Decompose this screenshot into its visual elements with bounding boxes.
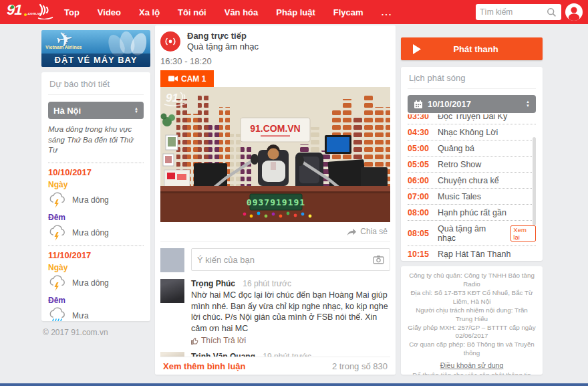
- banner-caption: ĐẶT VÉ MÁY BAY: [41, 54, 150, 67]
- weather-card: Dự báo thời tiết Hà Nội ▲▼ Mưa dông tron…: [41, 72, 150, 321]
- nav-item-xalo[interactable]: Xa lộ: [139, 7, 160, 17]
- like-reply-actions[interactable]: Thích Trả lời: [191, 336, 390, 345]
- schedule-row[interactable]: 03:30Đọc Truyện Dài Kỳ: [408, 114, 536, 124]
- main-player-card: Đang trực tiếp Quà tặng âm nhạc 16:30 - …: [155, 25, 396, 375]
- schedule-name: Quảng bá: [438, 144, 474, 153]
- replay-badge[interactable]: Xem lại: [510, 225, 536, 242]
- program-time-range: 16:30 - 18:20: [160, 56, 390, 66]
- date-select[interactable]: 10/10/2017 ▲▼: [408, 95, 536, 113]
- thunderstorm-icon: [48, 274, 67, 292]
- comment-count: 2 trong số 830: [332, 361, 388, 371]
- search-input[interactable]: [480, 7, 547, 17]
- schedule-name: Rạp Hát Tân Thanh: [438, 250, 510, 259]
- schedule-time: 05:05: [408, 160, 432, 169]
- weather-day-label: Ngày: [48, 180, 144, 189]
- schedule-row[interactable]: 07:00Music Tales: [408, 189, 536, 205]
- thunderstorm-icon: [48, 191, 67, 209]
- divider: [48, 163, 144, 163]
- schedule-card: Lịch phát sóng 10/10/2017 ▲▼ 03:30Đọc Tr…: [401, 67, 543, 261]
- schedule-time: 04:30: [408, 128, 432, 137]
- live-broadcast-icon: [160, 31, 180, 52]
- share-icon: [347, 227, 357, 236]
- nav-item-flycam[interactable]: Flycam: [333, 7, 363, 17]
- calendar-icon: [414, 100, 423, 109]
- weather-date: 11/10/2017: [48, 250, 144, 260]
- schedule-time: 03:30: [408, 114, 432, 121]
- weather-row: Mưa dông: [48, 224, 144, 242]
- schedule-time: 06:00: [408, 176, 432, 185]
- schedule-row[interactable]: 05:00Quảng bá: [408, 140, 536, 157]
- schedule-name: Retro Show: [438, 160, 481, 169]
- nav-item-top[interactable]: Top: [64, 7, 80, 17]
- banner-airline-label: Vietnam Airlines: [45, 45, 82, 50]
- bottom-strip: [0, 383, 588, 386]
- live-video-frame[interactable]: 91.COM.VN: [160, 87, 390, 222]
- share-button[interactable]: Chia sẻ: [160, 222, 390, 242]
- weather-title: Dự báo thời tiết: [48, 72, 144, 95]
- nav-item-more[interactable]: ...: [382, 7, 393, 17]
- schedule-name: Quà tặng âm nhạc: [438, 224, 502, 243]
- video-camera-icon: [168, 75, 178, 82]
- play-icon: [413, 44, 421, 54]
- app-note: Để thuận tiện cho việc cập nhật thông ti…: [407, 371, 537, 375]
- company-line: Công ty chủ quản: Công ty TNHH Bảo tàng …: [407, 272, 537, 289]
- like-reply-label: Thích Trả lời: [201, 336, 246, 345]
- radio-play-button[interactable]: Phát thanh: [401, 37, 543, 60]
- copyright: © 2017 91.com.vn: [43, 328, 108, 337]
- weather-night-label: Đêm: [48, 213, 144, 222]
- scrollbar-thumb[interactable]: [533, 137, 536, 225]
- schedule-row[interactable]: 10:15Rạp Hát Tân Thanh: [408, 246, 536, 261]
- nav-item-toinoi[interactable]: Tôi nói: [178, 7, 206, 17]
- live-header: Đang trực tiếp Quà tặng âm nhạc: [160, 31, 390, 52]
- schedule-row[interactable]: 08:05Quà tặng âm nhạcXem lại: [408, 221, 536, 246]
- live-label: Đang trực tiếp: [187, 31, 259, 41]
- responsible-line: Người chịu trách nhiệm nội dung: Trần Tr…: [407, 306, 537, 324]
- thunderstorm-icon: [48, 224, 67, 242]
- radio-waves-icon: [37, 2, 55, 19]
- logo-text: 91: [7, 1, 21, 19]
- nav-item-video[interactable]: Video: [98, 7, 121, 17]
- weather-condition: Mưa dông: [72, 278, 109, 288]
- authority-line: Cơ quan cấp phép: Bộ Thông tin và Truyền…: [407, 341, 537, 358]
- camera-icon[interactable]: [373, 255, 384, 264]
- schedule-row[interactable]: 06:00Chuyện chưa kể: [408, 173, 536, 189]
- search-box[interactable]: [476, 4, 561, 20]
- share-label: Chia sẻ: [360, 227, 388, 236]
- comment-author[interactable]: Trọng Phúc: [191, 279, 235, 288]
- commenter-avatar[interactable]: [160, 279, 184, 303]
- more-comments-link[interactable]: Xem thêm bình luận: [163, 361, 246, 371]
- terms-link[interactable]: Điều khoản sử dụng: [440, 361, 504, 369]
- comment-text: Nhờ hai MC đọc lại lời chúc đến bạn Hoàn…: [191, 290, 390, 334]
- schedule-name: Hạnh phúc rất gần: [438, 208, 506, 217]
- weather-condition: Mưa dông: [72, 195, 109, 205]
- comment-field[interactable]: [191, 248, 390, 271]
- cam-1-button[interactable]: CAM 1: [160, 70, 214, 87]
- studio-phone-number: 0937919191: [247, 197, 305, 207]
- schedule-row[interactable]: 05:05Retro Show: [408, 157, 536, 173]
- date-select-value: 10/10/2017: [428, 99, 471, 109]
- schedule-list: 03:30Đọc Truyện Dài Kỳ 04:30Nhạc Không L…: [408, 114, 536, 261]
- nav-item-phapluat[interactable]: Pháp luật: [276, 7, 315, 17]
- search-icon[interactable]: [547, 7, 557, 17]
- nav-menu: Top Video Xa lộ Tôi nói Văn hóa Pháp luậ…: [64, 7, 392, 17]
- schedule-name: Nhạc Không Lời: [438, 128, 498, 137]
- schedule-name: Chuyện chưa kể: [438, 176, 499, 185]
- rain-icon: [48, 307, 67, 321]
- site-logo[interactable]: 91 .com.vn: [0, 0, 57, 24]
- comment-input-row: [160, 248, 390, 272]
- live-texts: Đang trực tiếp Quà tặng âm nhạc: [187, 31, 259, 52]
- schedule-row[interactable]: 08:00Hạnh phúc rất gần: [408, 205, 536, 221]
- comment-input[interactable]: [197, 255, 373, 265]
- schedule-row[interactable]: 04:30Nhạc Không Lời: [408, 124, 536, 140]
- schedule-time: 07:00: [408, 192, 432, 201]
- program-title: Quà tặng âm nhạc: [187, 41, 259, 52]
- thumbs-up-icon: [191, 337, 198, 345]
- schedule-time: 08:05: [408, 229, 432, 238]
- comment-body: Trọng Phúc 16 phút trước Nhờ hai MC đọc …: [191, 279, 390, 345]
- city-select[interactable]: Hà Nội ▲▼: [48, 102, 144, 119]
- weather-row: Mưa dông: [48, 191, 144, 209]
- nav-item-vanhoa[interactable]: Văn hóa: [225, 7, 259, 17]
- user-account-icon[interactable]: [565, 3, 583, 21]
- airline-ad-banner[interactable]: ✈ Vietnam Airlines ĐẶT VÉ MÁY BAY: [41, 30, 150, 67]
- schedule-title: Lịch phát sóng: [408, 67, 536, 89]
